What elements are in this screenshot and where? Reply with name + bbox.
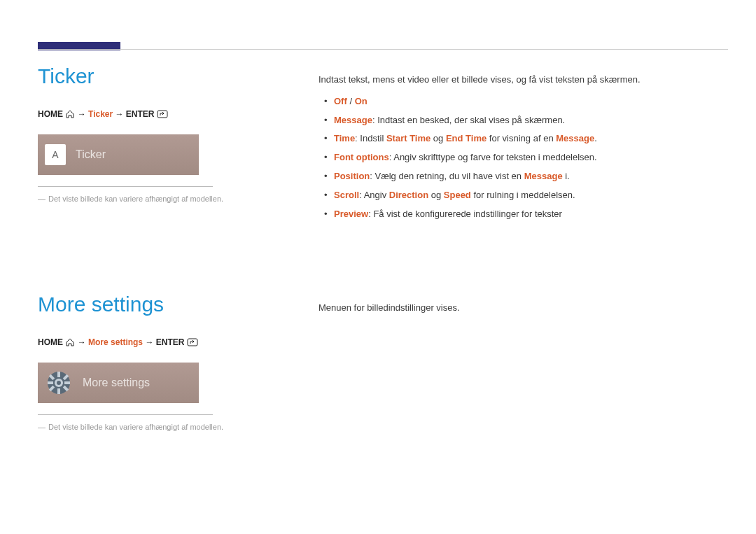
svg-rect-1 [188,339,197,346]
section-more-right: Menuen for billedindstillinger vises. [318,301,724,323]
arrow-icon: → [78,337,88,347]
section-title-more: More settings [38,293,269,316]
slash: / [347,96,355,106]
section-ticker-left: Ticker HOME → Ticker → ENTER A Ticker ―D… [38,64,269,204]
dash-icon: ― [38,195,46,203]
more-settings-tile: More settings [38,363,199,403]
ticker-badge: A [45,144,66,165]
key-font-options: Font options [334,152,389,162]
caption-text: Det viste billede kan variere afhængigt … [48,195,223,203]
key-time: Time [334,133,355,143]
arrow-icon: → [145,337,155,347]
svg-point-12 [57,381,61,385]
ticker-tile-label: Ticker [76,148,106,161]
caption-ticker: ―Det viste billede kan variere afhængigt… [38,194,269,204]
svg-rect-5 [57,388,60,394]
dash-icon: ― [38,423,46,431]
breadcrumb-more-label: More settings [88,337,143,347]
divider [38,414,213,415]
list-item: Time: Indstil Start Time og End Time for… [318,132,724,146]
intro-ticker: Indtast tekst, mens et video eller et bi… [318,73,724,87]
bullet-list-ticker: Off / On Message: Indtast en besked, der… [318,94,724,222]
key-direction: Direction [389,190,428,200]
breadcrumb-home: HOME [38,337,63,347]
list-item: Off / On [318,94,724,109]
list-item: Message: Indtast en besked, der skal vis… [318,113,724,128]
svg-rect-4 [57,372,60,377]
caption-more: ―Det viste billede kan variere afhængigt… [38,422,269,433]
svg-rect-6 [48,381,53,384]
svg-rect-7 [64,381,70,384]
key-end-time: End Time [446,133,486,143]
key-preview: Preview [334,209,368,219]
section-more-left: More settings HOME → More settings → ENT… [38,293,269,433]
key-speed: Speed [444,190,471,200]
text: : Angiv [359,190,389,200]
more-settings-tile-label: More settings [83,377,150,389]
home-icon [65,110,75,120]
text: og [430,133,446,143]
text: for rulning i meddelelsen. [471,190,575,200]
text: . [594,133,597,143]
text: og [428,190,444,200]
breadcrumb-enter: ENTER [156,337,185,347]
key-position: Position [334,171,370,181]
arrow-icon: → [115,109,126,119]
breadcrumb-enter: ENTER [126,109,155,119]
home-icon [65,338,75,349]
ticker-tile: A Ticker [38,134,199,175]
section-title-ticker: Ticker [38,64,269,88]
intro-more: Menuen for billedindstillinger vises. [318,301,724,316]
text: : Få vist de konfigurerede indstillinger… [368,209,562,219]
key-message: Message [556,133,594,143]
on-label: On [355,96,368,106]
list-item: Position: Vælg den retning, du vil have … [318,169,724,184]
key-message: Message [524,171,563,181]
text: : Angiv skrifttype og farve for teksten … [389,152,597,162]
key-start-time: Start Time [386,133,430,143]
key-scroll: Scroll [334,190,359,200]
breadcrumb-ticker-label: Ticker [88,109,113,119]
list-item: Font options: Angiv skrifttype og farve … [318,150,724,165]
breadcrumb-ticker: HOME → Ticker → ENTER [38,109,269,120]
breadcrumb-home: HOME [38,109,63,119]
divider [38,186,213,187]
svg-rect-0 [158,111,167,118]
text: : Indtast en besked, der skal vises på s… [372,115,565,125]
section-ticker-right: Indtast tekst, mens et video eller et bi… [318,73,724,225]
breadcrumb-more: HOME → More settings → ENTER [38,337,269,349]
list-item: Preview: Få vist de konfigurerede indsti… [318,207,724,222]
gear-icon [45,369,73,397]
text: : Vælg den retning, du vil have vist en [370,171,524,181]
enter-icon [187,338,198,349]
text: for visning af en [486,133,556,143]
caption-text: Det viste billede kan variere afhængigt … [48,423,223,431]
header-rule [38,49,728,50]
off-label: Off [334,96,347,106]
text: : Indstil [355,133,386,143]
enter-icon [157,110,168,120]
list-item: Scroll: Angiv Direction og Speed for rul… [318,188,724,203]
arrow-icon: → [78,109,88,119]
text: i. [563,171,570,181]
key-message: Message [334,115,372,125]
